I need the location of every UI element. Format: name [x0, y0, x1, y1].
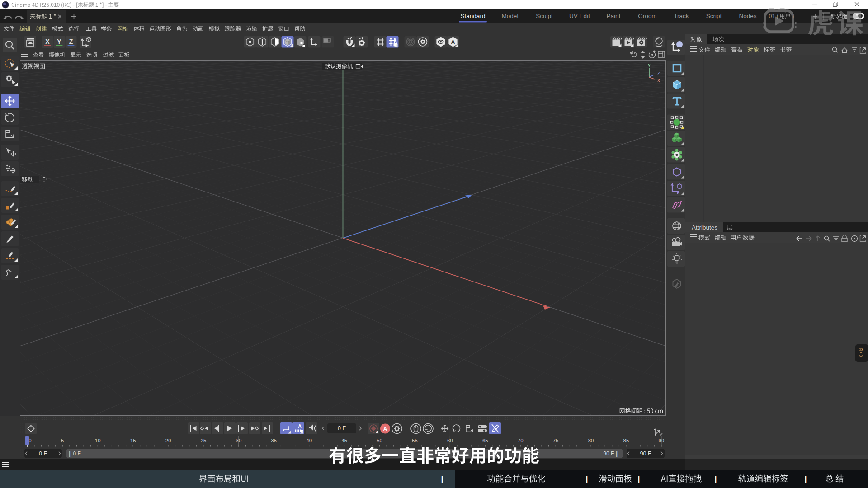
svg-text:0 F: 0 F: [39, 450, 47, 457]
svg-text:|: |: [441, 474, 443, 483]
svg-text:Standard: Standard: [461, 13, 486, 19]
svg-text:|| 0 F: || 0 F: [69, 450, 81, 457]
svg-text:Script: Script: [706, 13, 722, 19]
svg-text:X: X: [45, 38, 50, 45]
svg-text:0 F: 0 F: [338, 425, 346, 432]
svg-text:15: 15: [130, 438, 136, 443]
svg-text:50: 50: [377, 438, 382, 443]
svg-text:35: 35: [271, 438, 277, 443]
svg-text:|: |: [804, 474, 807, 483]
svg-text:45: 45: [341, 438, 347, 443]
svg-text:Track: Track: [674, 13, 689, 19]
svg-text:Z: Z: [69, 38, 73, 45]
svg-text:85: 85: [623, 438, 629, 443]
svg-text:A: A: [451, 39, 455, 46]
svg-text:UV Edit: UV Edit: [569, 13, 590, 19]
svg-text:10: 10: [95, 438, 101, 443]
svg-text:A: A: [383, 426, 387, 432]
svg-text:Nodes: Nodes: [739, 13, 756, 19]
svg-text:Sculpt: Sculpt: [536, 13, 553, 19]
svg-text:Model: Model: [502, 13, 519, 19]
svg-text:|: |: [714, 474, 717, 483]
svg-text:Attributes: Attributes: [692, 224, 717, 231]
svg-text:5: 5: [61, 438, 64, 443]
svg-text:|: |: [637, 474, 640, 483]
svg-text:Groom: Groom: [638, 13, 656, 19]
svg-text:20: 20: [165, 438, 171, 443]
svg-text:65: 65: [482, 438, 488, 443]
svg-text:25: 25: [201, 438, 207, 443]
svg-text:80: 80: [588, 438, 594, 443]
svg-text:70: 70: [518, 438, 524, 443]
svg-text:75: 75: [553, 438, 559, 443]
svg-text:40: 40: [306, 438, 312, 443]
svg-text:Paint: Paint: [607, 13, 621, 19]
svg-text:55: 55: [412, 438, 418, 443]
svg-text:90 F: 90 F: [640, 450, 651, 457]
svg-text:Y: Y: [57, 38, 61, 45]
svg-text:90 F ||: 90 F ||: [603, 450, 618, 457]
svg-text:|: |: [585, 474, 588, 483]
svg-text:A: A: [298, 424, 301, 429]
